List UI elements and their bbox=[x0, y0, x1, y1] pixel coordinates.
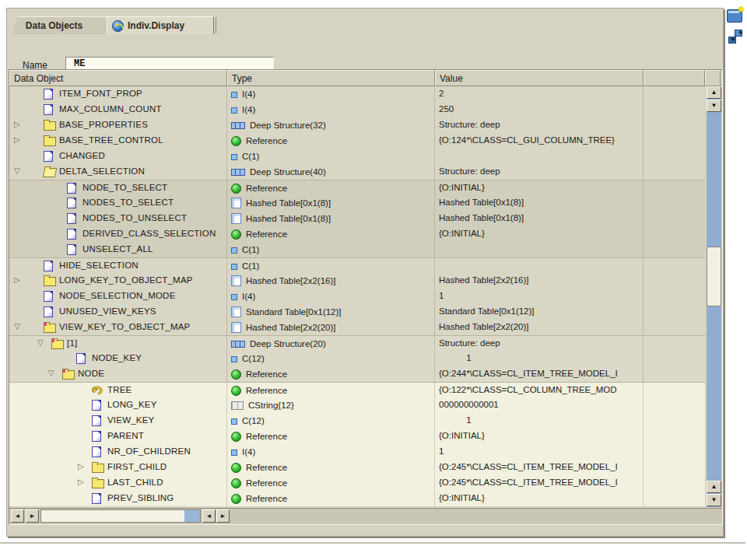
collapsed-expander-icon[interactable]: ▷ bbox=[14, 119, 20, 130]
elem-type-icon bbox=[231, 107, 237, 114]
expanded-expander-icon[interactable]: ▽ bbox=[14, 321, 20, 332]
column-header-scroll-gap bbox=[705, 70, 721, 86]
data-object-label: TREE bbox=[107, 385, 132, 394]
ref-type-icon bbox=[231, 184, 241, 194]
vertical-scroll-thumb[interactable] bbox=[707, 247, 721, 306]
scroll-up-bottom-icon[interactable]: ▲ bbox=[707, 481, 721, 493]
globe-icon bbox=[112, 20, 124, 32]
tree-row-NODES_TO_SELECT[interactable]: NODES_TO_SELECTHashed Table[0x1(8)]Hashe… bbox=[9, 195, 705, 211]
type-label: CString{12} bbox=[248, 401, 294, 410]
data-object-label: MAX_COLUMN_COUNT bbox=[59, 104, 162, 114]
tree-row-PARENT[interactable]: PARENTReference{O:INITIAL} bbox=[9, 429, 705, 444]
data-object-cell: ▽VIEW_KEY_TO_OBJECT_MAP bbox=[9, 320, 227, 335]
page-bottom-divider bbox=[0, 542, 745, 544]
ref-type-icon bbox=[231, 494, 241, 504]
expanded-expander-icon[interactable]: ▽ bbox=[14, 166, 20, 177]
table-type-icon bbox=[231, 306, 241, 317]
table-type-icon bbox=[231, 198, 241, 208]
elem-type-icon bbox=[231, 264, 237, 270]
folder-icon bbox=[92, 464, 104, 473]
tree-rows: ITEM_FONT_PROPI(4)2MAX_COLUMN_COUNTI(4)2… bbox=[9, 86, 705, 506]
tree-row-LONG_KEY_TO_OBJECT_MAP[interactable]: ▷LONG_KEY_TO_OBJECT_MAPHashed Table[2x2(… bbox=[9, 273, 705, 289]
elem-type-icon bbox=[231, 356, 237, 362]
scroll-left-icon[interactable]: ◄ bbox=[11, 509, 24, 523]
tree-row-TREE[interactable]: TREEReference{O:122*\CLASS=CL_COLUMN_TRE… bbox=[9, 382, 705, 397]
expanded-expander-icon[interactable]: ▽ bbox=[48, 368, 54, 379]
tree-row-UNSELECT_ALL[interactable]: UNSELECT_ALLC(1) bbox=[9, 242, 705, 257]
tree-row-LONG_KEY[interactable]: LONG_KEYCString{12}000000000001 bbox=[9, 397, 705, 413]
value-cell: {O:124*\CLASS=CL_GUI_COLUMN_TREE} bbox=[435, 133, 644, 149]
tree-row-BASE_PROPERTIES[interactable]: ▷BASE_PROPERTIESDeep Structure(32)Struct… bbox=[9, 117, 705, 133]
scroll-down-bottom-icon[interactable]: ▼ bbox=[707, 494, 721, 506]
folder-icon bbox=[44, 324, 56, 333]
tree-row-UNUSED_VIEW_KEYS[interactable]: UNUSED_VIEW_KEYSStandard Table[0x1(12)]S… bbox=[9, 304, 705, 320]
extra-cell bbox=[644, 460, 705, 475]
tree-row-HIDE_SELECTION[interactable]: HIDE_SELECTIONC(1) bbox=[9, 257, 705, 273]
tab-data-objects[interactable]: Data Objects bbox=[12, 16, 114, 34]
tree-row-[1][interactable]: ▽[1]Deep Structure(20)Structure: deep bbox=[9, 335, 705, 351]
horizontal-scrollbar[interactable]: ◄ ► ◄ ► bbox=[9, 509, 229, 523]
collapsed-expander-icon[interactable]: ▷ bbox=[78, 461, 84, 472]
expanded-expander-icon[interactable]: ▽ bbox=[37, 338, 44, 348]
tree-row-MAX_COLUMN_COUNT[interactable]: MAX_COLUMN_COUNTI(4)250 bbox=[9, 102, 705, 117]
tree-row-NR_OF_CHILDREN[interactable]: NR_OF_CHILDRENI(4)1 bbox=[9, 444, 705, 460]
elem-type-icon bbox=[231, 247, 237, 254]
value-cell: Structure: deep bbox=[435, 336, 644, 351]
vertical-scrollbar[interactable]: ▲ ▼ ▲ ▼ bbox=[707, 86, 721, 507]
type-label: I(4) bbox=[242, 89, 255, 99]
scroll-right-icon[interactable]: ► bbox=[26, 509, 39, 523]
tree-row-DELTA_SELECTION[interactable]: ▽DELTA_SELECTIONDeep Structure(40)Struct… bbox=[9, 164, 705, 180]
data-object-label: CHANGED bbox=[59, 151, 105, 160]
ref-type-icon bbox=[231, 432, 241, 442]
collapsed-expander-icon[interactable]: ▷ bbox=[14, 135, 20, 145]
tree-row-NODE[interactable]: ▽NODEReference{O:244*\CLASS=CL_ITEM_TREE… bbox=[9, 366, 705, 382]
data-object-label: PREV_SIBLING bbox=[107, 493, 174, 502]
tree-row-FIRST_CHILD[interactable]: ▷FIRST_CHILDReference{O:245*\CLASS=CL_IT… bbox=[9, 460, 705, 475]
type-cell: I(4) bbox=[227, 444, 435, 460]
scroll-down-icon[interactable]: ▼ bbox=[707, 100, 721, 112]
collapsed-expander-icon[interactable]: ▷ bbox=[14, 275, 20, 285]
data-object-cell: NODE_TO_SELECT bbox=[9, 180, 227, 195]
ref-type-icon bbox=[231, 136, 241, 146]
type-label: Hashed Table[2x2(16)] bbox=[246, 276, 336, 285]
type-label: Deep Structure(32) bbox=[250, 121, 326, 130]
horizontal-scroll-track[interactable] bbox=[40, 509, 201, 523]
scroll-up-icon[interactable]: ▲ bbox=[707, 86, 721, 99]
value-cell: 000000000001 bbox=[435, 397, 644, 413]
type-cell: Reference bbox=[227, 383, 435, 397]
tree-row-LAST_CHILD[interactable]: ▷LAST_CHILDReference{O:245*\CLASS=CL_ITE… bbox=[9, 475, 705, 491]
variable-doc-icon bbox=[44, 151, 53, 162]
tree-row-ITEM_FONT_PROP[interactable]: ITEM_FONT_PROPI(4)2 bbox=[9, 86, 705, 102]
tree-row-NODES_TO_UNSELECT[interactable]: NODES_TO_UNSELECTHashed Table[0x1(8)]Has… bbox=[9, 211, 705, 226]
variable-doc-icon bbox=[44, 291, 53, 302]
tree-row-DERIVED_CLASS_SELECTION[interactable]: DERIVED_CLASS_SELECTIONReference{O:INITI… bbox=[9, 226, 705, 242]
data-object-label: NODE_KEY bbox=[92, 353, 142, 362]
swap-display-icon[interactable] bbox=[728, 30, 742, 43]
horizontal-scroll-thumb[interactable] bbox=[41, 510, 184, 522]
type-label: Reference bbox=[246, 136, 287, 145]
tree-row-CHANGED[interactable]: CHANGEDC(1) bbox=[9, 149, 705, 164]
tree-row-BASE_TREE_CONTROL[interactable]: ▷BASE_TREE_CONTROLReference{O:124*\CLASS… bbox=[9, 133, 705, 149]
elem-type-icon bbox=[231, 450, 237, 456]
tree-row-VIEW_KEY_TO_OBJECT_MAP[interactable]: ▽VIEW_KEY_TO_OBJECT_MAPHashed Table[2x2(… bbox=[9, 320, 705, 335]
variable-doc-icon bbox=[76, 353, 86, 364]
data-object-cell: ▷LAST_CHILD bbox=[9, 475, 227, 491]
tree-row-NODE_SELECTION_MODE[interactable]: NODE_SELECTION_MODEI(4)1 bbox=[9, 289, 705, 304]
recursion-arrow-icon bbox=[92, 385, 103, 395]
new-window-icon[interactable] bbox=[727, 9, 742, 23]
scroll-right2-icon[interactable]: ► bbox=[216, 509, 230, 523]
scroll-left2-icon[interactable]: ◄ bbox=[202, 509, 216, 523]
value-cell: {O:244*\CLASS=CL_ITEM_TREE_MODEL_I bbox=[435, 366, 644, 382]
data-object-label: ITEM_FONT_PROP bbox=[59, 89, 142, 98]
type-label: Reference bbox=[246, 478, 287, 488]
tree-row-NODE_KEY[interactable]: NODE_KEYC(12) 1 bbox=[9, 351, 705, 366]
tree-row-NODE_TO_SELECT[interactable]: NODE_TO_SELECTReference{O:INITIAL} bbox=[9, 180, 705, 195]
data-object-label: NODES_TO_UNSELECT bbox=[82, 213, 187, 222]
tab-indiv-display[interactable]: Indiv.Display bbox=[107, 16, 214, 34]
value-cell: Structure: deep bbox=[435, 117, 644, 133]
value-cell: 250 bbox=[435, 102, 644, 117]
tree-row-VIEW_KEY[interactable]: VIEW_KEYC(12) 1 bbox=[9, 413, 705, 429]
collapsed-expander-icon[interactable]: ▷ bbox=[78, 477, 84, 488]
type-label: Reference bbox=[246, 463, 287, 472]
tree-row-PREV_SIBLING[interactable]: PREV_SIBLINGReference{O:INITIAL} bbox=[9, 491, 705, 506]
